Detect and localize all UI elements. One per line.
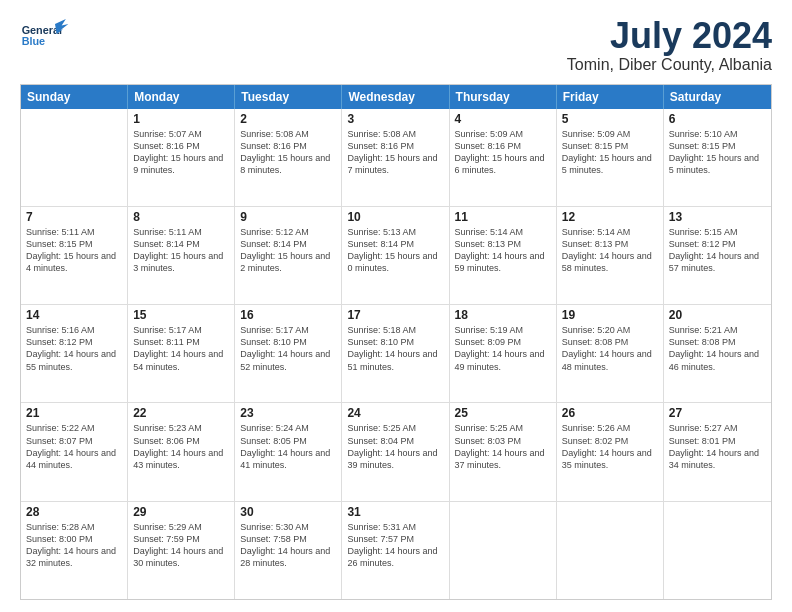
calendar-header: Sunday Monday Tuesday Wednesday Thursday… [21, 85, 771, 109]
week-row-1: 7Sunrise: 5:11 AM Sunset: 8:15 PM Daylig… [21, 207, 771, 305]
calendar-title: July 2024 [567, 16, 772, 56]
day-number: 15 [133, 308, 229, 322]
day-number: 19 [562, 308, 658, 322]
day-number: 23 [240, 406, 336, 420]
header-thursday: Thursday [450, 85, 557, 109]
day-info: Sunrise: 5:24 AM Sunset: 8:05 PM Dayligh… [240, 422, 336, 471]
day-cell-2-5: 19Sunrise: 5:20 AM Sunset: 8:08 PM Dayli… [557, 305, 664, 402]
day-cell-1-1: 8Sunrise: 5:11 AM Sunset: 8:14 PM Daylig… [128, 207, 235, 304]
day-number: 6 [669, 112, 766, 126]
day-cell-0-0 [21, 109, 128, 206]
day-info: Sunrise: 5:23 AM Sunset: 8:06 PM Dayligh… [133, 422, 229, 471]
day-cell-4-0: 28Sunrise: 5:28 AM Sunset: 8:00 PM Dayli… [21, 502, 128, 599]
day-cell-1-0: 7Sunrise: 5:11 AM Sunset: 8:15 PM Daylig… [21, 207, 128, 304]
day-info: Sunrise: 5:11 AM Sunset: 8:14 PM Dayligh… [133, 226, 229, 275]
day-number: 25 [455, 406, 551, 420]
page: General Blue July 2024 Tomin, Diber Coun… [0, 0, 792, 612]
header-sunday: Sunday [21, 85, 128, 109]
day-cell-4-5 [557, 502, 664, 599]
calendar-subtitle: Tomin, Diber County, Albania [567, 56, 772, 74]
day-number: 27 [669, 406, 766, 420]
day-number: 20 [669, 308, 766, 322]
day-cell-2-0: 14Sunrise: 5:16 AM Sunset: 8:12 PM Dayli… [21, 305, 128, 402]
day-cell-0-4: 4Sunrise: 5:09 AM Sunset: 8:16 PM Daylig… [450, 109, 557, 206]
day-info: Sunrise: 5:10 AM Sunset: 8:15 PM Dayligh… [669, 128, 766, 177]
day-cell-4-6 [664, 502, 771, 599]
day-info: Sunrise: 5:28 AM Sunset: 8:00 PM Dayligh… [26, 521, 122, 570]
day-number: 13 [669, 210, 766, 224]
day-info: Sunrise: 5:08 AM Sunset: 8:16 PM Dayligh… [240, 128, 336, 177]
day-info: Sunrise: 5:19 AM Sunset: 8:09 PM Dayligh… [455, 324, 551, 373]
day-info: Sunrise: 5:31 AM Sunset: 7:57 PM Dayligh… [347, 521, 443, 570]
header: General Blue July 2024 Tomin, Diber Coun… [20, 16, 772, 74]
day-cell-4-1: 29Sunrise: 5:29 AM Sunset: 7:59 PM Dayli… [128, 502, 235, 599]
day-cell-2-2: 16Sunrise: 5:17 AM Sunset: 8:10 PM Dayli… [235, 305, 342, 402]
day-number: 8 [133, 210, 229, 224]
day-info: Sunrise: 5:25 AM Sunset: 8:03 PM Dayligh… [455, 422, 551, 471]
day-number: 7 [26, 210, 122, 224]
day-number: 9 [240, 210, 336, 224]
day-number: 1 [133, 112, 229, 126]
day-info: Sunrise: 5:12 AM Sunset: 8:14 PM Dayligh… [240, 226, 336, 275]
day-cell-0-6: 6Sunrise: 5:10 AM Sunset: 8:15 PM Daylig… [664, 109, 771, 206]
day-number: 18 [455, 308, 551, 322]
week-row-2: 14Sunrise: 5:16 AM Sunset: 8:12 PM Dayli… [21, 305, 771, 403]
header-monday: Monday [128, 85, 235, 109]
day-cell-1-2: 9Sunrise: 5:12 AM Sunset: 8:14 PM Daylig… [235, 207, 342, 304]
day-cell-1-4: 11Sunrise: 5:14 AM Sunset: 8:13 PM Dayli… [450, 207, 557, 304]
day-cell-0-2: 2Sunrise: 5:08 AM Sunset: 8:16 PM Daylig… [235, 109, 342, 206]
day-info: Sunrise: 5:08 AM Sunset: 8:16 PM Dayligh… [347, 128, 443, 177]
day-number: 4 [455, 112, 551, 126]
day-number: 14 [26, 308, 122, 322]
day-info: Sunrise: 5:11 AM Sunset: 8:15 PM Dayligh… [26, 226, 122, 275]
day-info: Sunrise: 5:18 AM Sunset: 8:10 PM Dayligh… [347, 324, 443, 373]
day-cell-3-2: 23Sunrise: 5:24 AM Sunset: 8:05 PM Dayli… [235, 403, 342, 500]
svg-text:Blue: Blue [22, 35, 45, 47]
day-cell-3-0: 21Sunrise: 5:22 AM Sunset: 8:07 PM Dayli… [21, 403, 128, 500]
day-info: Sunrise: 5:15 AM Sunset: 8:12 PM Dayligh… [669, 226, 766, 275]
day-info: Sunrise: 5:17 AM Sunset: 8:11 PM Dayligh… [133, 324, 229, 373]
day-number: 5 [562, 112, 658, 126]
header-saturday: Saturday [664, 85, 771, 109]
day-number: 16 [240, 308, 336, 322]
day-number: 11 [455, 210, 551, 224]
day-info: Sunrise: 5:14 AM Sunset: 8:13 PM Dayligh… [562, 226, 658, 275]
day-number: 10 [347, 210, 443, 224]
day-cell-3-3: 24Sunrise: 5:25 AM Sunset: 8:04 PM Dayli… [342, 403, 449, 500]
day-number: 26 [562, 406, 658, 420]
day-cell-1-6: 13Sunrise: 5:15 AM Sunset: 8:12 PM Dayli… [664, 207, 771, 304]
day-cell-4-3: 31Sunrise: 5:31 AM Sunset: 7:57 PM Dayli… [342, 502, 449, 599]
day-info: Sunrise: 5:26 AM Sunset: 8:02 PM Dayligh… [562, 422, 658, 471]
day-cell-4-2: 30Sunrise: 5:30 AM Sunset: 7:58 PM Dayli… [235, 502, 342, 599]
day-cell-2-1: 15Sunrise: 5:17 AM Sunset: 8:11 PM Dayli… [128, 305, 235, 402]
day-cell-3-4: 25Sunrise: 5:25 AM Sunset: 8:03 PM Dayli… [450, 403, 557, 500]
header-tuesday: Tuesday [235, 85, 342, 109]
day-info: Sunrise: 5:16 AM Sunset: 8:12 PM Dayligh… [26, 324, 122, 373]
day-info: Sunrise: 5:17 AM Sunset: 8:10 PM Dayligh… [240, 324, 336, 373]
day-cell-2-6: 20Sunrise: 5:21 AM Sunset: 8:08 PM Dayli… [664, 305, 771, 402]
day-cell-0-1: 1Sunrise: 5:07 AM Sunset: 8:16 PM Daylig… [128, 109, 235, 206]
day-info: Sunrise: 5:09 AM Sunset: 8:15 PM Dayligh… [562, 128, 658, 177]
day-cell-0-5: 5Sunrise: 5:09 AM Sunset: 8:15 PM Daylig… [557, 109, 664, 206]
day-info: Sunrise: 5:13 AM Sunset: 8:14 PM Dayligh… [347, 226, 443, 275]
calendar-body: 1Sunrise: 5:07 AM Sunset: 8:16 PM Daylig… [21, 109, 771, 599]
day-number: 28 [26, 505, 122, 519]
day-number: 12 [562, 210, 658, 224]
day-cell-1-3: 10Sunrise: 5:13 AM Sunset: 8:14 PM Dayli… [342, 207, 449, 304]
day-number: 2 [240, 112, 336, 126]
logo: General Blue [20, 16, 70, 56]
day-info: Sunrise: 5:21 AM Sunset: 8:08 PM Dayligh… [669, 324, 766, 373]
day-number: 29 [133, 505, 229, 519]
day-number: 24 [347, 406, 443, 420]
day-cell-3-1: 22Sunrise: 5:23 AM Sunset: 8:06 PM Dayli… [128, 403, 235, 500]
day-info: Sunrise: 5:22 AM Sunset: 8:07 PM Dayligh… [26, 422, 122, 471]
day-number: 21 [26, 406, 122, 420]
day-number: 3 [347, 112, 443, 126]
day-number: 17 [347, 308, 443, 322]
day-info: Sunrise: 5:07 AM Sunset: 8:16 PM Dayligh… [133, 128, 229, 177]
day-cell-0-3: 3Sunrise: 5:08 AM Sunset: 8:16 PM Daylig… [342, 109, 449, 206]
day-info: Sunrise: 5:25 AM Sunset: 8:04 PM Dayligh… [347, 422, 443, 471]
week-row-4: 28Sunrise: 5:28 AM Sunset: 8:00 PM Dayli… [21, 502, 771, 599]
day-cell-2-4: 18Sunrise: 5:19 AM Sunset: 8:09 PM Dayli… [450, 305, 557, 402]
day-cell-3-6: 27Sunrise: 5:27 AM Sunset: 8:01 PM Dayli… [664, 403, 771, 500]
